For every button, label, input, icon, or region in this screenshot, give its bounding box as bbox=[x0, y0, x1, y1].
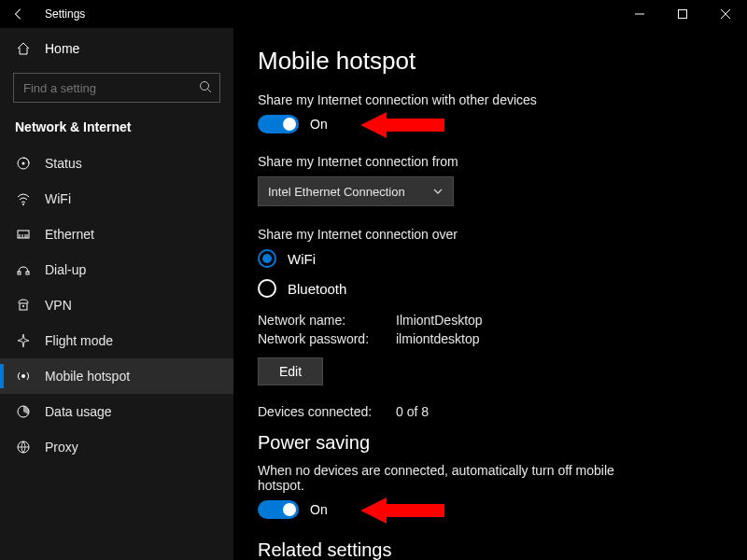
datausage-icon bbox=[15, 404, 32, 419]
radio-label: Bluetooth bbox=[288, 281, 346, 297]
sidebar-item-label: Ethernet bbox=[45, 227, 94, 242]
svg-point-2 bbox=[201, 82, 209, 91]
power-saving-toggle-state: On bbox=[310, 502, 328, 517]
content-pane: Mobile hotspot Share my Internet connect… bbox=[233, 28, 747, 560]
power-saving-desc: When no devices are connected, automatic… bbox=[258, 463, 650, 493]
search-input[interactable] bbox=[13, 73, 220, 103]
annotation-arrow-icon bbox=[360, 495, 444, 526]
maximize-button[interactable] bbox=[661, 0, 704, 28]
devices-connected-label: Devices connected: bbox=[258, 404, 388, 419]
sidebar-item-wifi[interactable]: WiFi bbox=[0, 181, 233, 217]
home-label: Home bbox=[45, 41, 79, 56]
sidebar-item-label: Dial-up bbox=[45, 262, 86, 277]
sidebar-item-label: VPN bbox=[45, 298, 72, 313]
network-password-value: ilmiontdesktop bbox=[396, 331, 480, 346]
from-label: Share my Internet connection from bbox=[258, 154, 723, 169]
sidebar-item-label: Data usage bbox=[45, 404, 112, 419]
vpn-icon bbox=[15, 298, 32, 313]
page-title: Mobile hotspot bbox=[258, 47, 723, 76]
radio-label: WiFi bbox=[288, 251, 316, 267]
radio-option-wifi[interactable]: WiFi bbox=[258, 249, 723, 268]
power-saving-heading: Power saving bbox=[258, 432, 723, 454]
related-settings-heading: Related settings bbox=[258, 539, 723, 560]
sidebar-item-label: Proxy bbox=[45, 440, 78, 455]
svg-line-3 bbox=[208, 90, 212, 93]
edit-button[interactable]: Edit bbox=[258, 357, 323, 385]
sidebar-item-label: Status bbox=[45, 156, 82, 171]
svg-marker-19 bbox=[360, 112, 444, 138]
sidebar-item-data-usage[interactable]: Data usage bbox=[0, 394, 233, 429]
annotation-arrow-icon bbox=[360, 109, 444, 141]
sidebar-item-mobile-hotspot[interactable]: Mobile hotspot bbox=[0, 358, 233, 394]
search-icon bbox=[198, 79, 213, 94]
window-title: Settings bbox=[45, 7, 85, 21]
ethernet-icon bbox=[15, 227, 32, 242]
sidebar-item-flight-mode[interactable]: Flight mode bbox=[0, 323, 233, 358]
sidebar-item-label: WiFi bbox=[45, 191, 71, 206]
svg-point-15 bbox=[22, 305, 24, 307]
radio-icon bbox=[258, 279, 276, 298]
sidebar-item-proxy[interactable]: Proxy bbox=[0, 429, 233, 465]
svg-rect-13 bbox=[26, 272, 29, 274]
network-name-value: IlmiontDesktop bbox=[396, 313, 483, 328]
back-button[interactable] bbox=[6, 1, 32, 27]
dialup-icon bbox=[15, 262, 32, 277]
connection-from-value: Intel Ethernet Connection bbox=[268, 185, 405, 199]
over-label: Share my Internet connection over bbox=[258, 227, 723, 242]
sidebar-item-status[interactable]: Status bbox=[0, 146, 233, 181]
sidebar-section-label: Network & Internet bbox=[0, 114, 233, 146]
svg-marker-20 bbox=[360, 497, 444, 524]
power-saving-toggle[interactable] bbox=[258, 500, 299, 519]
airplane-icon bbox=[15, 333, 32, 348]
devices-connected-value: 0 of 8 bbox=[396, 404, 429, 419]
svg-rect-1 bbox=[679, 10, 687, 19]
wifi-icon bbox=[15, 191, 32, 206]
svg-rect-12 bbox=[18, 272, 21, 274]
status-icon bbox=[15, 156, 32, 171]
sidebar: Home Network & Internet StatusWiFiEthern… bbox=[0, 28, 233, 560]
svg-point-5 bbox=[22, 162, 25, 165]
radio-icon bbox=[258, 249, 276, 268]
sidebar-item-vpn[interactable]: VPN bbox=[0, 287, 233, 323]
minimize-button[interactable] bbox=[618, 0, 661, 28]
share-toggle-state: On bbox=[310, 117, 328, 132]
sidebar-item-label: Flight mode bbox=[45, 333, 113, 348]
network-password-label: Network password: bbox=[258, 331, 388, 346]
sidebar-item-ethernet[interactable]: Ethernet bbox=[0, 217, 233, 252]
home-nav[interactable]: Home bbox=[0, 32, 233, 65]
svg-point-16 bbox=[21, 374, 25, 378]
share-label: Share my Internet connection with other … bbox=[258, 92, 723, 107]
connection-from-dropdown[interactable]: Intel Ethernet Connection bbox=[258, 176, 454, 206]
hotspot-icon bbox=[15, 369, 32, 384]
chevron-down-icon bbox=[432, 186, 444, 197]
svg-point-6 bbox=[22, 203, 24, 205]
close-button[interactable] bbox=[704, 0, 747, 28]
sidebar-item-dial-up[interactable]: Dial-up bbox=[0, 252, 233, 287]
proxy-icon bbox=[15, 440, 32, 455]
home-icon bbox=[15, 41, 32, 56]
network-name-label: Network name: bbox=[258, 313, 388, 328]
share-toggle[interactable] bbox=[258, 115, 299, 133]
radio-option-bluetooth[interactable]: Bluetooth bbox=[258, 279, 723, 298]
sidebar-item-label: Mobile hotspot bbox=[45, 369, 130, 384]
